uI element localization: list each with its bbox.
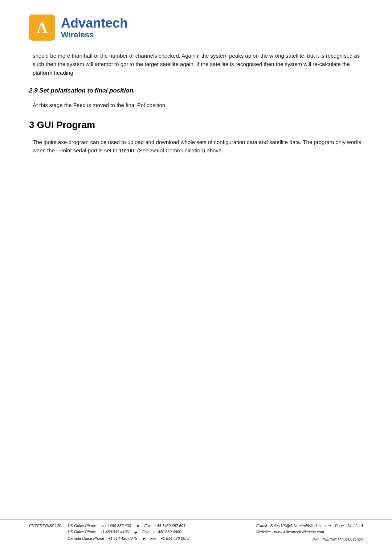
uk-fax: +44 1480 357 601 xyxy=(155,523,185,529)
website-label: Website: xyxy=(256,530,271,534)
diamond-3: ◆ xyxy=(142,536,145,541)
logo-icon: A xyxy=(29,15,55,41)
canada-office-label: Canada Office Phone xyxy=(68,535,104,542)
logo-letter: A xyxy=(37,19,48,36)
header: A Advantech Wireless xyxy=(29,15,363,41)
page-label: Page xyxy=(335,524,344,528)
ref-row: Ref: PM-ENT120-002-11022 xyxy=(256,537,363,543)
page: A Advantech Wireless should be more than… xyxy=(0,0,392,554)
footer: ENTERPRISE120 UK Office Phone +44 1480 3… xyxy=(0,520,392,543)
logo-name: Advantech xyxy=(61,16,128,30)
diamond-2: ◆ xyxy=(134,530,137,535)
section-3-body: The ipoint.exe program can be used to up… xyxy=(33,138,363,155)
uk-office-phone: +44 1480 357 600 xyxy=(100,523,131,529)
page-total: 14 xyxy=(359,524,363,528)
us-office-label: US Office Phone xyxy=(68,529,96,535)
uk-office-label: UK Office Phone xyxy=(68,523,96,529)
footer-contact-info: UK Office Phone +44 1480 357 600 ◆ Fax +… xyxy=(68,523,245,542)
canada-fax-label: Fax xyxy=(150,535,157,542)
us-fax: +1 480 839 0860 xyxy=(152,529,181,535)
canada-office-phone: +1 514 420 0045 xyxy=(108,535,137,542)
of-label: of xyxy=(354,524,357,528)
email-value: Sales.UK@AdvantechWireless.com xyxy=(270,524,331,528)
uk-fax-label: Fax xyxy=(144,523,151,529)
footer-doc-id: ENTERPRISE120 xyxy=(29,523,61,528)
us-office-row: US Office Phone +1 480 839 4136 ◆ Fax +1… xyxy=(68,529,245,535)
page-current: 14 xyxy=(347,524,351,528)
ref-label: Ref: xyxy=(312,538,319,542)
website-value: www.AdvantechWireless.com xyxy=(274,530,324,534)
ref-value: PM-ENT120-002-11022 xyxy=(323,538,363,542)
canada-fax: +1 514 420 0073 xyxy=(160,535,189,542)
us-fax-label: Fax xyxy=(142,529,149,535)
diamond-1: ◆ xyxy=(136,523,139,529)
us-office-phone: +1 480 839 4136 xyxy=(100,529,129,535)
email-label: E-mail xyxy=(256,524,267,528)
section-3-heading: 3 GUI Program xyxy=(29,119,363,131)
logo-subtitle: Wireless xyxy=(61,30,128,39)
uk-office-row: UK Office Phone +44 1480 357 600 ◆ Fax +… xyxy=(68,523,245,529)
section-2-9-heading: 2.9 Set polarisation to final position. xyxy=(29,87,363,94)
intro-paragraph: should be more than half of the number o… xyxy=(33,52,363,77)
email-row: E-mail Sales.UK@AdvantechWireless.com Pa… xyxy=(256,523,363,529)
logo-text-block: Advantech Wireless xyxy=(61,16,128,39)
section-2-9-body: At this stage the Feed is moved to the f… xyxy=(33,101,363,109)
canada-office-row: Canada Office Phone +1 514 420 0045 ◆ Fa… xyxy=(68,535,245,542)
website-row: Website: www.AdvantechWireless.com xyxy=(256,529,363,535)
footer-right-info: E-mail Sales.UK@AdvantechWireless.com Pa… xyxy=(256,523,363,543)
